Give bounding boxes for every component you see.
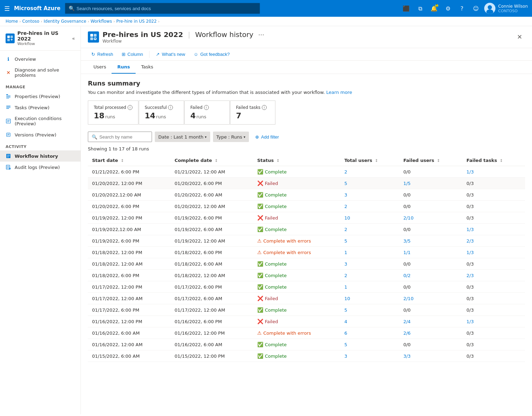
failed-tasks-link[interactable]: 2/3 <box>466 238 474 244</box>
failed-users-link[interactable]: 3/5 <box>403 238 411 244</box>
failed-users-link[interactable]: 0/2 <box>403 273 411 278</box>
failed-users[interactable]: 0/0 <box>399 281 462 293</box>
notification-icon[interactable]: 🔔 1 <box>428 3 440 14</box>
failed-users[interactable]: 0/0 <box>399 201 462 212</box>
total-users[interactable]: 3 <box>340 258 399 270</box>
total-users-link[interactable]: 6 <box>344 330 347 336</box>
total-users-link[interactable]: 3 <box>344 261 347 267</box>
whats-new-button[interactable]: ↗ What's new <box>152 50 189 58</box>
failed-tasks-info-icon[interactable]: i <box>262 105 267 110</box>
col-status[interactable]: Status ↕ <box>253 155 340 166</box>
failed-users[interactable]: 3/3 <box>399 350 462 362</box>
total-users-link[interactable]: 1 <box>344 284 347 290</box>
column-button[interactable]: ⊞ Column <box>118 50 147 58</box>
table-row[interactable]: 01/20/2022,12:00 AM 01/20/2022, 6:00 AM … <box>88 189 525 201</box>
feedback-icon[interactable]: ☺ <box>470 3 481 14</box>
tab-tasks[interactable]: Tasks <box>136 61 159 74</box>
failed-users-link[interactable]: 2/10 <box>403 296 413 301</box>
breadcrumb-identity-governance[interactable]: Identity Governance <box>44 19 86 24</box>
total-users-link[interactable]: 3 <box>344 354 347 359</box>
total-users-link[interactable]: 2 <box>344 169 347 174</box>
table-row[interactable]: 01/20/2022, 12:00 PM 01/20/2022, 6:00 PM… <box>88 178 525 189</box>
table-row[interactable]: 01/16/2022, 12:00 PM 01/16/2022, 6:00 PM… <box>88 316 525 327</box>
total-users[interactable]: 3 <box>340 189 399 201</box>
failed-users[interactable]: 0/2 <box>399 270 462 281</box>
search-filter[interactable]: 🔍 <box>88 132 152 142</box>
total-users[interactable]: 10 <box>340 293 399 304</box>
total-users-link[interactable]: 1 <box>344 250 347 255</box>
sidebar-item-overview[interactable]: ℹ Overview <box>0 53 81 65</box>
more-options-icon[interactable]: ··· <box>258 31 264 38</box>
failed-tasks[interactable]: 1/3 <box>462 224 525 235</box>
total-users[interactable]: 6 <box>340 327 399 339</box>
failed-tasks[interactable]: 2/3 <box>462 235 525 247</box>
total-users[interactable]: 5 <box>340 304 399 316</box>
failed-tasks[interactable]: 0/3 <box>462 304 525 316</box>
failed-tasks[interactable]: 1/3 <box>462 166 525 178</box>
failed-tasks-link[interactable]: 1/3 <box>466 319 474 324</box>
table-row[interactable]: 01/16/2022, 12:00 AM 01/16/2022, 6:00 AM… <box>88 339 525 350</box>
failed-users-link[interactable]: 2/10 <box>403 215 413 221</box>
failed-users[interactable]: 2/10 <box>399 212 462 224</box>
tab-users[interactable]: Users <box>88 61 112 74</box>
portal-settings-icon[interactable]: ⧉ <box>415 3 426 14</box>
breadcrumb-workflows[interactable]: Workflows <box>91 19 112 24</box>
total-users[interactable]: 2 <box>340 201 399 212</box>
failed-tasks[interactable]: 0/3 <box>462 327 525 339</box>
total-users[interactable]: 5 <box>340 235 399 247</box>
add-filter-button[interactable]: ⊕ Add filter <box>252 133 282 141</box>
failed-users-link[interactable]: 2/4 <box>403 319 411 324</box>
breadcrumb-contoso[interactable]: Contoso <box>22 19 39 24</box>
table-row[interactable]: 01/18/2022, 12:00 PM 01/18/2022, 6:00 PM… <box>88 247 525 258</box>
total-users[interactable]: 5 <box>340 178 399 189</box>
failed-users[interactable]: 0/0 <box>399 189 462 201</box>
hamburger-icon[interactable]: ☰ <box>4 5 10 12</box>
failed-users[interactable]: 0/0 <box>399 304 462 316</box>
total-users[interactable]: 2 <box>340 270 399 281</box>
settings-icon[interactable]: ⚙ <box>442 3 454 14</box>
date-filter-tag[interactable]: Date : Last 1 month ▾ <box>155 132 210 142</box>
failed-users-link[interactable]: 1/1 <box>403 250 411 255</box>
table-row[interactable]: 01/19/2022, 6:00 PM 01/19/2022, 12:00 AM… <box>88 235 525 247</box>
table-row[interactable]: 01/20/2022, 6:00 PM 01/20/2022, 12:00 AM… <box>88 201 525 212</box>
col-failed-users[interactable]: Failed users ↕ <box>399 155 462 166</box>
failed-users[interactable]: 0/0 <box>399 258 462 270</box>
failed-users[interactable]: 0/0 <box>399 166 462 178</box>
sidebar-item-tasks[interactable]: Tasks (Preview) <box>0 102 81 113</box>
col-start-date[interactable]: Start date ↕ <box>88 155 170 166</box>
total-users-link[interactable]: 5 <box>344 307 347 313</box>
failed-tasks[interactable]: 0/3 <box>462 293 525 304</box>
sidebar-item-properties[interactable]: Properties (Preview) <box>0 91 81 102</box>
col-failed-tasks[interactable]: Failed tasks ↕ <box>462 155 525 166</box>
failed-tasks[interactable]: 0/3 <box>462 201 525 212</box>
sidebar-item-audit-logs[interactable]: Audit logs (Preview) <box>0 162 81 173</box>
search-input[interactable] <box>99 134 148 140</box>
total-users[interactable]: 2 <box>340 224 399 235</box>
failed-users[interactable]: 2/4 <box>399 316 462 327</box>
close-button[interactable]: ✕ <box>514 31 525 43</box>
table-row[interactable]: 01/18/2022, 6:00 PM 01/18/2022, 12:00 AM… <box>88 270 525 281</box>
help-icon[interactable]: ? <box>456 3 468 14</box>
total-users-link[interactable]: 10 <box>344 215 350 221</box>
total-users-link[interactable]: 5 <box>344 181 347 186</box>
total-users[interactable]: 2 <box>340 166 399 178</box>
table-row[interactable]: 01/19/2022, 12:00 PM 01/19/2022, 6:00 PM… <box>88 212 525 224</box>
total-users-link[interactable]: 3 <box>344 192 347 198</box>
sidebar-collapse-icon[interactable]: « <box>72 36 75 41</box>
failed-tasks-link[interactable]: 1/3 <box>466 250 474 255</box>
failed-info-icon[interactable]: i <box>204 105 209 110</box>
failed-tasks[interactable]: 1/3 <box>462 316 525 327</box>
table-row[interactable]: 01/16/2022, 6:00 AM 01/16/2022, 12:00 PM… <box>88 327 525 339</box>
col-total-users[interactable]: Total users ↕ <box>340 155 399 166</box>
breadcrumb-prehire[interactable]: Pre-hire in US 2022 <box>116 19 157 24</box>
total-users-link[interactable]: 5 <box>344 238 347 244</box>
failed-tasks[interactable]: 0/3 <box>462 281 525 293</box>
sidebar-item-workflow-history[interactable]: Workflow history <box>0 150 81 162</box>
tab-runs[interactable]: Runs <box>112 61 135 74</box>
total-users[interactable]: 4 <box>340 316 399 327</box>
failed-users-link[interactable]: 2/6 <box>403 330 411 336</box>
failed-users[interactable]: 1/1 <box>399 247 462 258</box>
table-row[interactable]: 01/15/2022, 6:00 AM 01/15/2022, 12:00 PM… <box>88 350 525 362</box>
failed-users-link[interactable]: 3/3 <box>403 354 411 359</box>
learn-more-link[interactable]: Learn more <box>326 90 352 95</box>
